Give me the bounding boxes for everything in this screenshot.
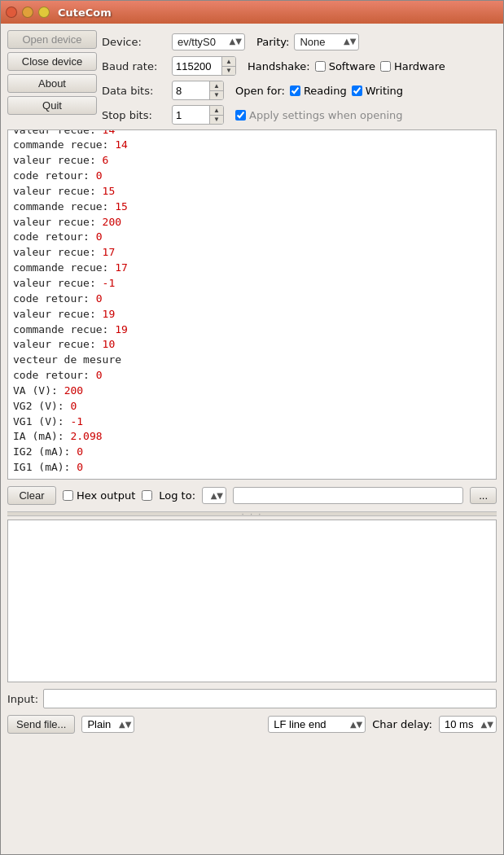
stopbits-down-button[interactable]: ▼ (210, 115, 223, 124)
splitter[interactable]: · · · (7, 511, 497, 516)
apply-settings-label: Apply settings when opening (249, 109, 403, 121)
databits-spinbox-buttons: ▲ ▼ (209, 81, 223, 99)
databits-openfor-row: Data bits: ▲ ▼ Open for: Reading (102, 79, 497, 102)
hex-output-checkbox[interactable] (63, 490, 73, 501)
splitter-dots-icon: · · · (242, 510, 263, 519)
send-row: Send file... Plain Hex Binary ▲▼ LF line… (7, 715, 497, 737)
databits-input[interactable] (173, 83, 209, 99)
clear-button[interactable]: Clear (7, 486, 56, 505)
software-checkbox-item: Software (315, 60, 375, 72)
databits-label: Data bits: (102, 85, 167, 97)
baudrate-spinbox-buttons: ▲ ▼ (221, 57, 235, 75)
log-select-wrapper: ▲▼ (202, 487, 226, 504)
stopbits-label: Stop bits: (102, 109, 167, 121)
left-buttons: Open device Close device About Quit (7, 30, 102, 126)
baudrate-spinbox: ▲ ▼ (172, 56, 236, 76)
titlebar: CuteCom (1, 1, 503, 24)
window-title: CuteCom (58, 7, 112, 19)
device-select-wrapper: ev/ttyS0 ▲▼ (172, 33, 245, 50)
databits-spinbox: ▲ ▼ (172, 81, 224, 100)
main-window: CuteCom Open device Close device About Q… (0, 0, 504, 855)
input-area[interactable] (7, 520, 497, 682)
char-delay-select-wrapper: 0 ms 1 ms 5 ms 10 ms 50 ms 100 ms ▲▼ (439, 716, 497, 733)
close-device-button[interactable]: Close device (7, 52, 97, 71)
plain-select-wrapper: Plain Hex Binary ▲▼ (81, 716, 134, 733)
bottom-toolbar: Clear Hex output Log to: ▲▼ ... (7, 483, 497, 508)
top-controls: Open device Close device About Quit Devi… (7, 30, 497, 126)
apply-settings-checkbox[interactable] (235, 110, 246, 121)
maximize-window-button[interactable] (38, 7, 50, 18)
minimize-window-button[interactable] (22, 7, 33, 18)
databits-down-button[interactable]: ▼ (210, 90, 223, 99)
baudrate-label: Baud rate: (102, 60, 167, 72)
char-delay-select[interactable]: 0 ms 1 ms 5 ms 10 ms 50 ms 100 ms (439, 716, 497, 733)
stopbits-input[interactable] (173, 107, 209, 123)
writing-checkbox-item: Writing (352, 85, 403, 97)
log-to-label: Log to: (159, 489, 195, 502)
char-delay-label: Char delay: (372, 718, 432, 730)
device-label: Device: (102, 36, 167, 48)
stopbits-up-button[interactable]: ▲ (210, 106, 223, 115)
reading-checkbox-item: Reading (290, 85, 347, 97)
parity-label: Parity: (256, 36, 289, 48)
close-window-button[interactable] (6, 7, 17, 18)
openfor-label: Open for: (235, 85, 285, 97)
open-device-button[interactable]: Open device (7, 30, 97, 49)
parity-select-wrapper: None ▲▼ (294, 33, 359, 50)
send-file-button[interactable]: Send file... (7, 715, 75, 734)
about-button[interactable]: About (7, 74, 97, 93)
right-settings: Device: ev/ttyS0 ▲▼ Parity: None ▲▼ (102, 30, 497, 126)
writing-checkbox[interactable] (352, 86, 362, 96)
log-enable-checkbox-item (142, 490, 152, 501)
stopbits-spinbox-buttons: ▲ ▼ (209, 106, 223, 124)
hardware-label: Hardware (394, 60, 445, 72)
hardware-checkbox[interactable] (380, 61, 391, 72)
stopbits-spinbox: ▲ ▼ (172, 105, 224, 125)
baudrate-up-button[interactable]: ▲ (222, 57, 235, 66)
serial-input-field[interactable] (43, 689, 497, 708)
device-select[interactable]: ev/ttyS0 (172, 33, 245, 50)
lf-select[interactable]: LF line end CR line end CRLF line end No… (268, 716, 366, 733)
software-label: Software (329, 60, 375, 72)
databits-up-button[interactable]: ▲ (210, 81, 223, 90)
apply-settings-checkbox-item: Apply settings when opening (235, 109, 403, 121)
content-area: Open device Close device About Quit Devi… (1, 24, 503, 854)
input-label: Input: (7, 693, 38, 705)
hardware-checkbox-item: Hardware (380, 60, 445, 72)
hex-output-label: Hex output (77, 489, 135, 502)
lf-select-wrapper: LF line end CR line end CRLF line end No… (268, 716, 366, 733)
baudrate-input[interactable] (173, 59, 221, 74)
hex-output-checkbox-item: Hex output (63, 489, 135, 502)
log-enable-checkbox[interactable] (142, 490, 152, 501)
stopbits-apply-row: Stop bits: ▲ ▼ Apply settings when openi… (102, 103, 497, 126)
plain-select[interactable]: Plain Hex Binary (81, 716, 134, 733)
baudrate-handshake-row: Baud rate: ▲ ▼ Handshake: Software (102, 55, 497, 77)
software-checkbox[interactable] (315, 61, 326, 72)
reading-label: Reading (304, 85, 347, 97)
input-row: Input: (7, 686, 497, 712)
handshake-label: Handshake: (248, 60, 310, 72)
terminal-output[interactable]: commande recue: 13valeur recue: -5code r… (7, 129, 497, 480)
baudrate-down-button[interactable]: ▼ (222, 66, 235, 75)
log-path-input[interactable] (233, 487, 463, 504)
quit-button[interactable]: Quit (7, 96, 97, 115)
reading-checkbox[interactable] (290, 86, 300, 96)
log-select[interactable] (202, 487, 226, 504)
browse-log-button[interactable]: ... (470, 487, 497, 504)
parity-select[interactable]: None (294, 33, 359, 50)
writing-label: Writing (366, 85, 403, 97)
device-parity-row: Device: ev/ttyS0 ▲▼ Parity: None ▲▼ (102, 30, 497, 53)
